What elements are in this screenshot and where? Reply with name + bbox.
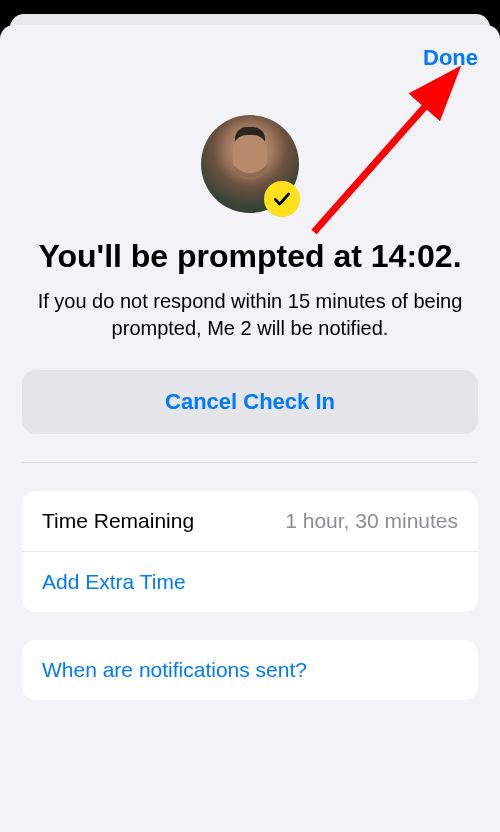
time-remaining-label: Time Remaining (42, 509, 194, 533)
prompt-title: You'll be prompted at 14:02. (22, 237, 478, 276)
notifications-info-row[interactable]: When are notifications sent? (22, 640, 478, 700)
add-extra-time-row[interactable]: Add Extra Time (22, 551, 478, 612)
topbar: Done (0, 25, 500, 71)
check-icon (272, 189, 292, 209)
prompt-subtitle: If you do not respond within 15 minutes … (22, 288, 478, 342)
time-card: Time Remaining 1 hour, 30 minutes Add Ex… (22, 491, 478, 612)
info-card: When are notifications sent? (22, 640, 478, 700)
avatar-section (22, 115, 478, 213)
modal-sheet: Done You'll be prompted at 14:02. If you… (0, 25, 500, 832)
verified-badge (264, 181, 300, 217)
cancel-checkin-button[interactable]: Cancel Check In (22, 370, 478, 434)
time-remaining-value: 1 hour, 30 minutes (285, 509, 458, 533)
divider (22, 462, 478, 463)
sheet-content: You'll be prompted at 14:02. If you do n… (0, 71, 500, 700)
time-remaining-row: Time Remaining 1 hour, 30 minutes (22, 491, 478, 551)
add-extra-time-link[interactable]: Add Extra Time (42, 570, 186, 594)
done-button[interactable]: Done (423, 45, 478, 71)
notifications-info-link[interactable]: When are notifications sent? (42, 658, 307, 682)
